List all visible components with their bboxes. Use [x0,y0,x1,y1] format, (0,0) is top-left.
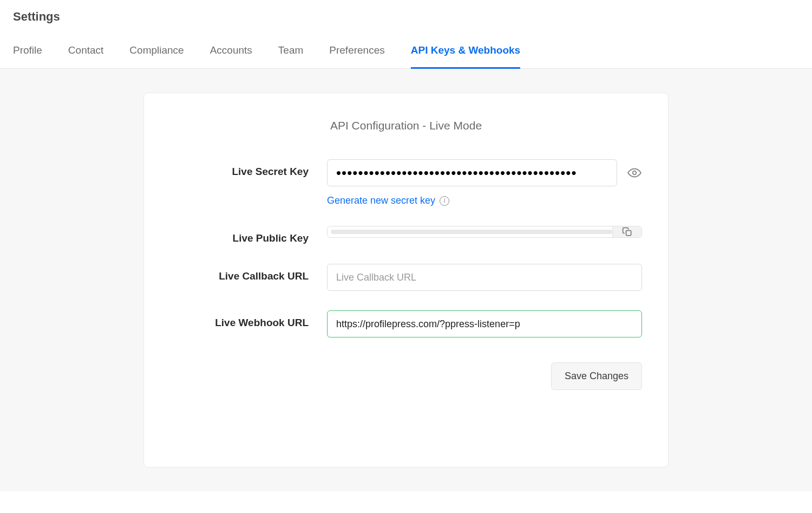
save-changes-button[interactable]: Save Changes [551,362,642,390]
tab-api-keys-webhooks[interactable]: API Keys & Webhooks [411,35,520,68]
tab-contact[interactable]: Contact [68,35,103,68]
page-title: Settings [0,0,812,35]
tab-profile[interactable]: Profile [13,35,42,68]
callback-url-input[interactable] [327,264,642,291]
generate-secret-link[interactable]: Generate new secret key [327,195,435,206]
label-callback-url: Live Callback URL [170,264,327,282]
tab-preferences[interactable]: Preferences [329,35,384,68]
label-public-key: Live Public Key [170,226,327,244]
row-callback-url: Live Callback URL [170,264,642,291]
svg-point-0 [633,171,637,175]
tab-team[interactable]: Team [278,35,303,68]
label-secret-key: Live Secret Key [170,159,327,178]
copy-icon[interactable] [612,226,641,237]
api-config-card: API Configuration - Live Mode Live Secre… [143,93,669,467]
row-public-key: Live Public Key [170,226,642,244]
info-icon[interactable]: i [440,196,449,206]
tab-compliance[interactable]: Compliance [129,35,184,68]
webhook-url-input[interactable] [327,310,642,337]
tab-accounts[interactable]: Accounts [210,35,252,68]
label-webhook-url: Live Webhook URL [170,310,327,329]
public-key-value [331,230,612,234]
eye-icon[interactable] [627,165,642,180]
card-title: API Configuration - Live Mode [170,119,642,132]
tabs: Profile Contact Compliance Accounts Team… [0,35,812,69]
content-area: API Configuration - Live Mode Live Secre… [0,69,812,491]
row-webhook-url: Live Webhook URL [170,310,642,337]
row-secret-key: Live Secret Key Generate new secret key … [170,159,642,206]
actions: Save Changes [170,362,642,390]
public-key-box [327,226,642,238]
secret-key-input[interactable] [327,159,617,186]
svg-rect-1 [626,231,631,236]
